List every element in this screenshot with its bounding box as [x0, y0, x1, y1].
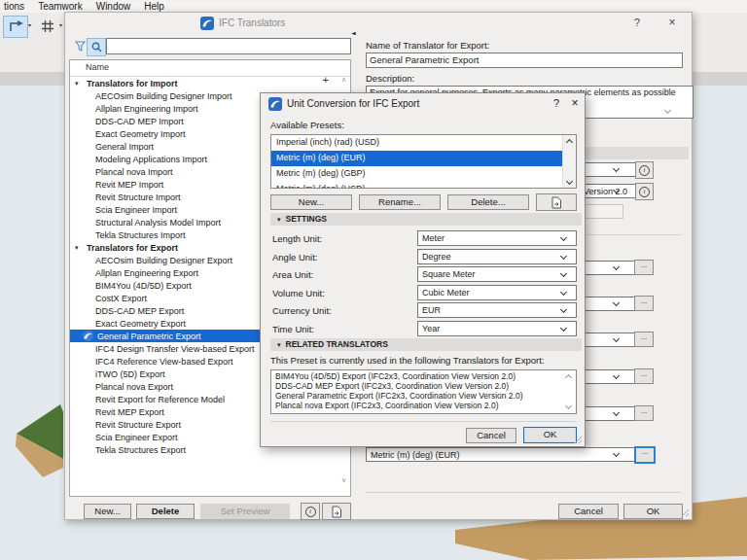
unit-setting-combo[interactable]: Square Meter	[417, 266, 577, 282]
arrow-tool-button[interactable]	[3, 16, 28, 38]
related-translator-item[interactable]: DDS-CAD MEP Export (IFC2x3, Coordination…	[275, 381, 562, 391]
menu-item-teamwork[interactable]: Teamwork	[38, 1, 83, 12]
unit-setting-row: Volume Unit:Cubic Meter	[270, 285, 575, 299]
footer-divider	[270, 421, 575, 422]
translator-option-combo[interactable]: Metric (m) (deg) (EUR)	[366, 447, 644, 462]
related-translator-item[interactable]: Plancal nova Export (IFC2x3, Coordinatio…	[275, 401, 562, 410]
related-caption: This Preset is currently used in the fol…	[270, 355, 544, 366]
scroll-up-icon[interactable]: ∧	[341, 76, 346, 84]
help-button[interactable]: ?	[629, 17, 645, 28]
settings-section-label: SETTINGS	[286, 214, 328, 224]
unit-setting-label: Angle Unit:	[272, 252, 317, 262]
menu-item-tions[interactable]: tions	[4, 1, 24, 12]
unit-setting-row: Currency Unit:EUR	[270, 302, 575, 317]
collapse-triangle-icon[interactable]: ▾	[75, 80, 79, 88]
preset-list-item[interactable]: Metric (m) (deg) (EUR)	[271, 151, 563, 166]
export-preset-button[interactable]	[322, 503, 351, 520]
cancel-button[interactable]: Cancel	[466, 428, 516, 443]
grid-snap-icon	[41, 19, 54, 33]
menu-item-window[interactable]: Window	[96, 1, 131, 12]
arrow-tool-caret-icon[interactable]: ▾	[28, 21, 31, 28]
translator-name: AECOsim Building Designer Import	[95, 91, 232, 101]
cancel-button[interactable]: Cancel	[558, 504, 619, 519]
document-arrow-icon	[331, 506, 342, 518]
add-translator-button[interactable]: +	[323, 75, 329, 86]
close-button[interactable]: ×	[567, 96, 583, 110]
set-preview-button[interactable]: Set Preview	[200, 504, 290, 519]
preset-rename-button[interactable]: Rename...	[359, 194, 441, 210]
ok-button[interactable]: OK	[523, 427, 577, 443]
preset-export-button[interactable]	[536, 193, 577, 211]
mvd-info-button[interactable]: i	[635, 183, 654, 200]
translator-name: Revit Structure Export	[95, 420, 181, 430]
resize-grip[interactable]	[681, 508, 690, 517]
unit-setting-combo[interactable]: Meter	[417, 230, 577, 246]
help-button[interactable]: ?	[549, 97, 564, 109]
close-button[interactable]: ×	[664, 16, 680, 29]
related-listbox: BIM4You (4D/5D) Export (IFC2x3, Coordina…	[270, 369, 577, 414]
translator-name-input[interactable]: General Parametric Export	[366, 52, 683, 68]
related-translator-item[interactable]: General Parametric Export (IFC2x3, Coord…	[275, 391, 562, 401]
delete-translator-button[interactable]: Delete	[136, 504, 195, 519]
translator-name: CostX Export	[95, 294, 147, 303]
preset-list-item[interactable]: Imperial (inch) (rad) (USD)	[271, 135, 563, 151]
filter-icon[interactable]	[75, 41, 86, 52]
settings-section-bar[interactable]: ▾SETTINGS	[270, 213, 582, 226]
translator-name: Scia Engineer Import	[95, 205, 177, 215]
info-icon: i	[639, 187, 650, 197]
scheme-info-button[interactable]: i	[635, 161, 654, 179]
option-more-button[interactable]: ...	[634, 368, 654, 384]
option-more-button[interactable]: ...	[634, 446, 656, 464]
scroll-down-icon[interactable]: ∨	[341, 476, 346, 484]
new-translator-button[interactable]: New...	[84, 504, 131, 519]
option-more-button[interactable]: ...	[634, 260, 654, 275]
group-label: Translators for Export	[87, 243, 178, 253]
collapse-triangle-icon[interactable]: ▾	[75, 244, 79, 252]
preset-new-button[interactable]: New...	[270, 194, 352, 210]
collapse-triangle-icon: ▾	[277, 341, 281, 349]
translator-name: Exact Geometry Import	[95, 129, 186, 139]
preset-list-item[interactable]: Metric (m) (deg) (GBP)	[271, 166, 563, 182]
resize-grip[interactable]	[574, 436, 583, 444]
search-button[interactable]	[87, 38, 106, 56]
translator-name: Scia Engineer Export	[95, 433, 178, 442]
translator-name: Structural Analysis Model Import	[95, 218, 221, 228]
unit-setting-combo[interactable]: Cubic Meter	[417, 285, 577, 300]
unit-setting-combo[interactable]: EUR	[417, 302, 577, 318]
translator-name: General Parametric Export	[97, 332, 201, 341]
archicad-app-icon	[200, 17, 214, 30]
menu-item-help[interactable]: Help	[144, 1, 164, 12]
translator-name: DDS-CAD MEP Export	[95, 306, 184, 316]
translator-name: Revit MEP Export	[95, 407, 164, 417]
translator-name: Allplan Engineering Export	[95, 268, 198, 278]
unit-conversion-dialog: Unit Conversion for IFC Export ? × Avail…	[260, 92, 586, 447]
related-translator-item[interactable]: BIM4You (4D/5D) Export (IFC2x3, Coordina…	[275, 371, 562, 381]
info-button[interactable]: i	[301, 503, 320, 520]
translator-name: Exact Geometry Export	[95, 319, 186, 329]
unit-setting-label: Volume Unit:	[272, 288, 325, 298]
option-more-button[interactable]: ...	[634, 296, 654, 311]
unit-setting-row: Area Unit:Square Meter	[270, 266, 575, 281]
related-section-bar[interactable]: ▾RELATED TRANSLATORS	[270, 338, 582, 351]
translator-group-header[interactable]: ▾Translators for Import	[70, 77, 350, 89]
unit-setting-combo[interactable]: Degree	[417, 249, 577, 264]
option-more-button[interactable]: ...	[634, 405, 654, 421]
unit-setting-label: Area Unit:	[272, 269, 313, 280]
scroll-up-icon[interactable]	[566, 139, 573, 146]
presets-listbox: Imperial (inch) (rad) (USD)Metric (m) (d…	[270, 134, 577, 189]
preset-delete-button[interactable]: Delete...	[447, 194, 529, 210]
search-input[interactable]	[106, 38, 351, 54]
window-title: IFC Translators	[219, 18, 285, 28]
scroll-down-icon[interactable]	[566, 178, 573, 185]
collapse-panel-icon[interactable]: ◄	[351, 29, 356, 36]
option-more-button[interactable]: ...	[634, 332, 654, 347]
preset-list-item[interactable]: Metric (m) (deg) (USD)	[271, 182, 563, 189]
unit-setting-combo[interactable]: Year	[417, 321, 577, 336]
document-arrow-icon	[551, 196, 562, 209]
ok-button[interactable]: OK	[623, 504, 683, 519]
translator-name: Modeling Applications Import	[95, 155, 207, 164]
grid-snap-caret-icon[interactable]: ▾	[59, 21, 62, 28]
arrow-tool-icon	[9, 20, 23, 34]
presets-scrollbar[interactable]	[562, 135, 576, 188]
grid-snap-button[interactable]	[37, 16, 57, 36]
